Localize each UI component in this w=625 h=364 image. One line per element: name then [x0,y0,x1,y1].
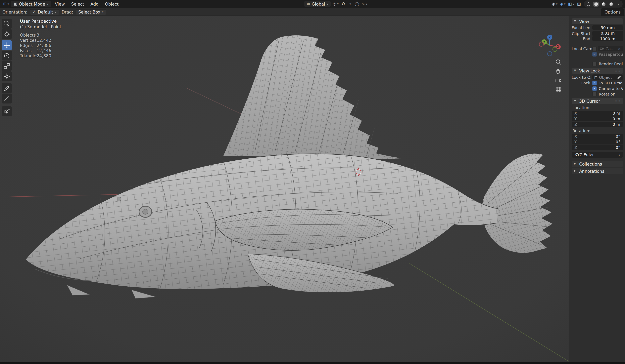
scene-statistics: Objects3 Vertices12,442 Edges24,886 Face… [20,33,61,58]
fish-nostril [117,197,121,201]
shading-solid-button[interactable] [593,1,599,7]
object-mode-icon: ▣ [14,2,17,6]
cursor-rotation-x-field[interactable]: X 0° [572,134,623,139]
local-camera-value: Ca... [605,46,614,51]
shading-dropdown[interactable]: ∨ [615,1,622,7]
show-overlays-toggle[interactable]: ◧ ∨ [567,1,575,7]
tool-measure[interactable] [1,93,12,104]
tool-move[interactable] [1,40,12,50]
proportional-falloff-dropdown[interactable]: ∿ ∨ [361,1,368,7]
stat-label: Triangles [20,53,37,58]
proportional-edit-toggle[interactable]: ◯ [354,1,360,7]
local-camera-checkbox[interactable]: ✓ [592,46,597,51]
rotation-order-dropdown[interactable]: XYZ Euler ∨ [572,152,623,158]
clip-start-value: 0.01 m [601,31,615,35]
menu-view[interactable]: View [52,0,68,8]
proportional-edit-icon: ◯ [355,2,359,6]
orthographic-toggle-button[interactable] [555,85,562,93]
object-visibility-dropdown[interactable]: ◉ ∨ [551,1,559,7]
mode-dropdown[interactable]: ▣ Object Mode ∨ [11,1,51,7]
tool-transform[interactable] [1,71,12,81]
zoom-button[interactable] [555,58,562,66]
viewport-canvas[interactable] [0,16,569,362]
to-3d-cursor-checkbox[interactable]: ✓ [592,81,597,85]
tool-select-box[interactable] [1,19,12,29]
cursor-rotation-z-field[interactable]: Z 0° [572,145,623,150]
passepartout-checkbox[interactable]: ✓ [592,52,597,56]
hand-icon [555,68,562,75]
chevron-down-icon: ∨ [366,3,368,5]
tool-rotate[interactable] [1,51,12,60]
snap-toggle[interactable]: Ω [340,1,346,7]
chevron-down-icon: ∨ [7,3,9,5]
axis-value: 0° [616,134,620,139]
panel-header-view-lock[interactable]: ▼ View Lock :::: [572,68,623,74]
camera-view-button[interactable] [555,76,562,84]
panel-header-3d-cursor[interactable]: ▼ 3D Cursor :::: [572,98,623,104]
shading-rendered-button[interactable] [608,1,614,7]
drag-mode-dropdown[interactable]: Select Box ∨ [75,9,106,15]
axis-value: 0 m [612,111,620,115]
shading-material-button[interactable] [600,1,607,7]
eyedropper-icon[interactable] [617,75,621,79]
menu-object[interactable]: Object [102,0,121,8]
axis-value: 0° [616,145,620,150]
clip-start-row: Clip Start 0.01 m [572,31,623,36]
clear-icon[interactable]: × [618,46,621,51]
camera-to-view-checkbox[interactable]: ✓ [592,86,597,91]
tool-scale[interactable] [1,61,12,71]
focal-length-field[interactable]: 50 mm [592,25,623,30]
axis-value: 0 m [612,117,620,121]
pivot-point-dropdown[interactable]: ◎ ∨ [332,1,340,7]
cursor-location-z-field[interactable]: Z 0 m [572,122,623,127]
cursor-rotation-y-field[interactable]: Y 0° [572,139,623,144]
caret-closed-icon: ▶ [574,170,577,172]
tool-annotate[interactable] [1,83,12,93]
menu-add[interactable]: Add [88,0,101,8]
local-camera-field[interactable]: Ca... × [598,46,623,51]
axis-label: X [574,111,579,115]
render-region-checkbox[interactable]: ✓ [592,62,597,66]
clip-start-field[interactable]: 0.01 m [592,31,623,36]
chevron-down-icon: ∨ [337,3,339,5]
lock-to-object-label: Lock to O... [572,75,592,79]
viewport-3d[interactable]: User Perspective (1) 3d model | Point Ob… [0,16,569,362]
rotate-tool-icon [3,52,10,59]
cursor-location-x-field[interactable]: X 0 m [572,111,623,116]
pan-button[interactable] [555,67,562,75]
xray-toggle[interactable]: ▥ [576,1,582,7]
clip-end-row: End 1000 m [572,36,623,41]
tool-orientation-value: Default [38,10,53,14]
shading-wireframe-button[interactable] [585,1,592,7]
navigation-gizmo[interactable]: Z X Y [538,33,562,57]
menu-select[interactable]: Select [68,0,87,8]
panel-title: Collections [579,161,602,166]
viewport-nav-buttons [555,58,562,93]
gizmo-z-label: Z [549,35,551,39]
tool-cursor[interactable] [1,29,12,39]
cursor-location-y-field[interactable]: Y 0 m [572,116,623,121]
panel-header-collections[interactable]: ▶ Collections [572,161,623,167]
lock-rotation-checkbox[interactable]: ✓ [592,92,597,96]
cursor-rotation-label: Rotation: [572,129,622,133]
panel-grip-icon: :::: [615,99,621,103]
gizmo-y-neg[interactable] [553,47,557,52]
solid-sphere-icon [594,2,598,6]
clip-end-field[interactable]: 1000 m [592,36,623,41]
panel-title: 3D Cursor [579,99,600,103]
gizmo-y-label: Y [543,40,546,44]
shading-mode-group: ∨ [584,0,623,8]
show-gizmos-toggle[interactable]: ◈ ∨ [559,1,566,7]
transform-orientation-dropdown[interactable]: ⊕ Global ∨ [304,1,331,7]
panel-header-view[interactable]: ▼ View :::: [572,18,623,24]
lock-to-object-field[interactable]: □ Object [592,74,623,80]
gizmo-z-neg[interactable] [548,52,552,56]
snap-dropdown[interactable]: ∨ [347,1,353,7]
options-button[interactable]: Options [601,8,624,16]
tool-add-cube[interactable] [1,106,12,116]
lock-label: Lock [572,81,592,85]
panel-header-annotations[interactable]: ▶ Annotations [572,168,623,174]
grid-icon [555,86,562,93]
editor-type-dropdown[interactable]: ⊞ ∨ [2,1,10,7]
tool-orientation-dropdown[interactable]: ∠ Default ∨ [30,9,59,15]
